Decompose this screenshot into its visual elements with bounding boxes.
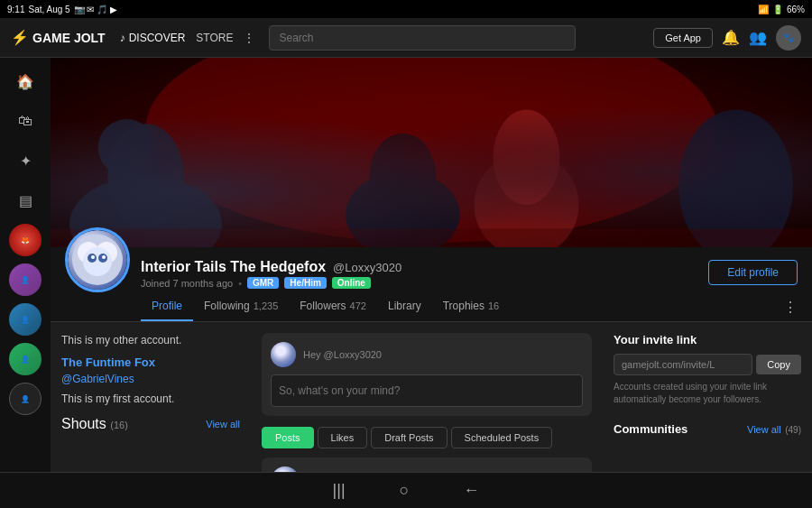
bottom-nav: ||| ○ ← bbox=[0, 472, 812, 508]
invite-link-box: gamejolt.com/invite/L bbox=[614, 354, 752, 375]
post-type-tabs: Posts Likes Draft Posts Scheduled Posts bbox=[262, 427, 592, 448]
sidebar-star-icon[interactable]: ✦ bbox=[9, 144, 42, 177]
sidebar-avatar-4[interactable]: 👤 bbox=[9, 343, 42, 375]
sidebar-avatar-3[interactable]: 👤 bbox=[9, 303, 42, 336]
sidebar-home-icon[interactable]: 🏠 bbox=[9, 65, 42, 97]
cover-area bbox=[51, 58, 812, 247]
status-icons: 📷 ✉ 🎵 ▶ bbox=[74, 5, 117, 14]
communities-count: (49) bbox=[785, 425, 801, 435]
tab-following[interactable]: Following 1,235 bbox=[193, 292, 289, 321]
first-account-text: This is my first account. bbox=[61, 393, 240, 405]
invite-title: Your invite link bbox=[614, 333, 801, 346]
svg-point-9 bbox=[678, 110, 793, 247]
discover-icon: ♪ bbox=[120, 32, 125, 44]
post-tab-scheduled[interactable]: Scheduled Posts bbox=[451, 427, 553, 448]
tab-more-icon[interactable]: ⋮ bbox=[783, 299, 798, 316]
badge-pronoun: He/Him bbox=[284, 277, 326, 289]
sidebar-avatar-1[interactable]: 🦊 bbox=[9, 224, 42, 256]
profile-info-bar: Interior Tails The Hedgefox @Loxxy3020 J… bbox=[51, 247, 812, 292]
sidebar-avatar-2[interactable]: 👤 bbox=[9, 263, 42, 296]
tab-followers-label: Followers bbox=[300, 300, 346, 312]
badge-online: Online bbox=[332, 277, 371, 289]
profile-name-row: Interior Tails The Hedgefox @Loxxy3020 bbox=[141, 259, 697, 275]
shouts-header: Shouts (16) View all bbox=[61, 416, 240, 432]
communities-title: Communities bbox=[614, 422, 687, 436]
sidebar-list-icon[interactable]: ▤ bbox=[9, 184, 42, 217]
main-layout: 🏠 🛍 ✦ ▤ 🦊 👤 👤 👤 👤 bbox=[0, 58, 812, 508]
battery-level: 66% bbox=[787, 5, 805, 14]
content-area: Interior Tails The Hedgefox @Loxxy3020 J… bbox=[51, 58, 812, 508]
svg-point-17 bbox=[91, 255, 95, 259]
tab-followers[interactable]: Followers 472 bbox=[289, 292, 377, 321]
svg-point-4 bbox=[98, 119, 155, 176]
gabriel-vines-link[interactable]: @GabrielVines bbox=[61, 373, 240, 385]
profile-details: Interior Tails The Hedgefox @Loxxy3020 J… bbox=[141, 259, 697, 292]
tab-following-count: 1,235 bbox=[254, 300, 279, 311]
profile-avatar-wrap bbox=[65, 227, 130, 292]
profile-avatar-inner bbox=[68, 230, 127, 290]
nav-right: Get App 🔔 👥 🐾 bbox=[653, 25, 801, 51]
tab-followers-count: 472 bbox=[350, 300, 366, 311]
nav-discover[interactable]: ♪ DISCOVER bbox=[120, 32, 186, 44]
tab-library[interactable]: Library bbox=[377, 292, 432, 321]
communities-view-all[interactable]: View all bbox=[747, 424, 781, 435]
tab-trophies-label: Trophies bbox=[443, 300, 484, 312]
discover-label: DISCOVER bbox=[129, 32, 186, 44]
communities-header: Communities View all (49) bbox=[614, 420, 801, 437]
post-tab-draft[interactable]: Draft Posts bbox=[371, 427, 447, 448]
svg-rect-10 bbox=[51, 228, 812, 247]
shouts-view-all[interactable]: View all bbox=[206, 419, 240, 429]
battery-icon: 🔋 bbox=[772, 5, 783, 14]
get-app-button[interactable]: Get App bbox=[653, 28, 713, 48]
about-text: This is my other account. bbox=[61, 333, 240, 348]
post-tab-likes[interactable]: Likes bbox=[318, 427, 368, 448]
user-avatar[interactable]: 🐾 bbox=[776, 25, 801, 51]
tab-profile[interactable]: Profile bbox=[141, 292, 193, 321]
avatar-svg bbox=[70, 233, 125, 287]
badge-gmr: GMR bbox=[247, 277, 279, 289]
tab-library-label: Library bbox=[388, 300, 421, 312]
communities-view-all-wrap: View all (49) bbox=[747, 420, 801, 437]
invite-section: Your invite link gamejolt.com/invite/L C… bbox=[614, 333, 801, 406]
invite-link-row: gamejolt.com/invite/L Copy bbox=[614, 354, 801, 375]
copy-button[interactable]: Copy bbox=[756, 355, 801, 374]
composer-avatar bbox=[271, 342, 296, 367]
svg-rect-0 bbox=[51, 58, 812, 247]
profile-meta: Joined 7 months ago • GMR He/Him Online bbox=[141, 277, 697, 289]
svg-point-1 bbox=[146, 58, 717, 243]
shouts-count: (16) bbox=[110, 420, 128, 430]
top-nav: ⚡ GAME JOLT ♪ DISCOVER STORE ⋮ Get App 🔔… bbox=[0, 18, 812, 58]
status-date: Sat, Aug 5 bbox=[28, 5, 69, 14]
bell-icon[interactable]: 🔔 bbox=[722, 29, 740, 46]
tab-trophies[interactable]: Trophies 16 bbox=[432, 292, 511, 321]
svg-point-8 bbox=[494, 110, 560, 205]
logo[interactable]: ⚡ GAME JOLT bbox=[11, 29, 106, 46]
nav-links: ♪ DISCOVER STORE ⋮ bbox=[120, 32, 255, 44]
friends-icon[interactable]: 👥 bbox=[749, 29, 767, 46]
status-left: 9:11 Sat, Aug 5 📷 ✉ 🎵 ▶ bbox=[7, 5, 117, 14]
logo-icon: ⚡ bbox=[11, 29, 29, 46]
nav-more-icon[interactable]: ⋮ bbox=[244, 32, 254, 44]
bottom-nav-home-icon[interactable]: ○ bbox=[400, 481, 410, 500]
cover-art bbox=[51, 58, 812, 247]
edit-profile-button[interactable]: Edit profile bbox=[708, 260, 798, 285]
status-time: 9:11 bbox=[7, 5, 24, 14]
dot-separator: • bbox=[238, 278, 242, 289]
search-input[interactable] bbox=[269, 25, 576, 51]
sidebar-avatar-5[interactable]: 👤 bbox=[9, 383, 42, 415]
status-right: 📶 🔋 66% bbox=[758, 5, 805, 14]
joined-text: Joined 7 months ago bbox=[141, 278, 233, 289]
cover-svg bbox=[51, 58, 812, 247]
post-composer: Hey @Loxxy3020 bbox=[262, 333, 592, 416]
post-tab-posts[interactable]: Posts bbox=[262, 427, 314, 448]
sidebar-shop-icon[interactable]: 🛍 bbox=[9, 105, 42, 137]
svg-point-5 bbox=[346, 171, 460, 247]
logo-text: GAME JOLT bbox=[32, 31, 106, 45]
funtime-fox-link[interactable]: The Funtime Fox bbox=[61, 356, 240, 369]
invite-description: Accounts created using your invite link … bbox=[614, 381, 801, 406]
bottom-nav-menu-icon[interactable]: ||| bbox=[333, 481, 346, 500]
composer-input[interactable] bbox=[271, 374, 583, 407]
svg-point-6 bbox=[369, 134, 436, 219]
bottom-nav-back-icon[interactable]: ← bbox=[463, 481, 479, 500]
nav-store[interactable]: STORE bbox=[196, 32, 233, 44]
